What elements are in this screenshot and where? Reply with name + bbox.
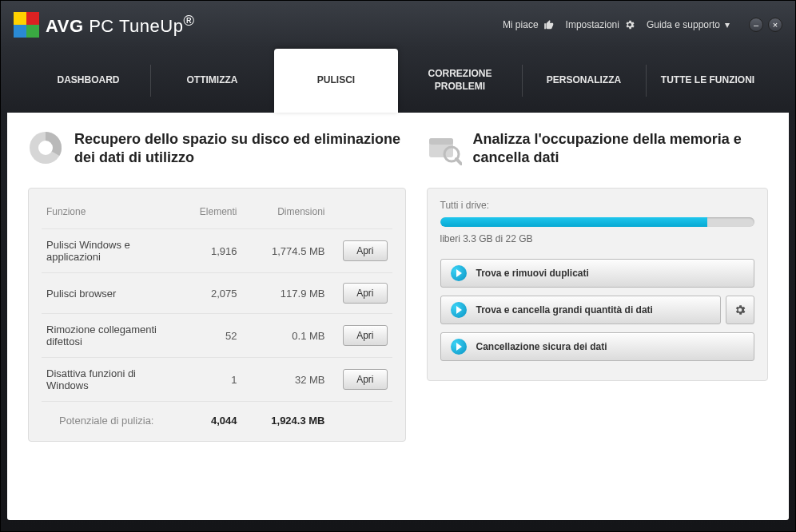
action-label: Trova e cancella grandi quantità di dati xyxy=(476,304,653,316)
minimize-button[interactable]: – xyxy=(749,18,763,32)
header-size: Dimensioni xyxy=(237,206,325,217)
row-size: 0.1 MB xyxy=(237,330,325,342)
gear-icon xyxy=(734,304,746,316)
chevron-down-icon: ▾ xyxy=(725,19,730,30)
title-bar: AVG PC TuneUp® Mi piace Impostazioni Gui… xyxy=(1,1,795,49)
gear-icon xyxy=(624,19,635,30)
tab-ottimizza[interactable]: OTTIMIZZA xyxy=(150,49,274,113)
close-button[interactable]: × xyxy=(768,18,782,32)
row-function: Disattiva funzioni di Windows xyxy=(46,367,173,391)
play-icon xyxy=(451,265,467,281)
row-function: Rimozione collegamenti difettosi xyxy=(46,324,173,347)
action-settings-button[interactable] xyxy=(726,296,754,324)
like-link[interactable]: Mi piace xyxy=(503,19,555,30)
content-area: Recupero dello spazio su disco ed elimin… xyxy=(7,113,789,520)
like-label: Mi piace xyxy=(503,19,539,30)
app-window: AVG PC TuneUp® Mi piace Impostazioni Gui… xyxy=(0,0,796,532)
drive-card: Tutti i drive: liberi 3.3 GB di 22 GB Tr… xyxy=(427,188,769,381)
action-button[interactable]: Trova e rimuovi duplicati xyxy=(440,259,755,288)
svg-point-1 xyxy=(38,141,53,155)
app-title: AVG PC TuneUp® xyxy=(46,12,194,37)
app-product: PC TuneUp xyxy=(89,17,183,37)
row-elements: 2,075 xyxy=(173,288,237,300)
drive-free-text: liberi 3.3 GB di 22 GB xyxy=(440,233,755,244)
row-function: Pulisci browser xyxy=(46,288,173,300)
svg-line-5 xyxy=(456,159,461,164)
app-logo: AVG PC TuneUp® xyxy=(14,12,194,38)
tab-pulisci[interactable]: PULISCI xyxy=(274,49,398,113)
table-row: Rimozione collegamenti difettosi520.1 MB… xyxy=(42,313,392,357)
tab-dashboard[interactable]: DASHBOARD xyxy=(26,49,150,113)
play-icon xyxy=(451,339,467,355)
row-function: Pulisci Windows e applicazioni xyxy=(46,239,173,263)
svg-rect-3 xyxy=(429,138,453,145)
row-elements: 1,916 xyxy=(173,245,237,257)
open-button[interactable]: Apri xyxy=(343,240,387,261)
disk-search-icon xyxy=(427,130,462,165)
action-label: Cancellazione sicura dei dati xyxy=(476,341,607,352)
table-row: Pulisci Windows e applicazioni1,9161,774… xyxy=(42,228,392,272)
row-elements: 52 xyxy=(173,330,237,342)
action-button[interactable]: Trova e cancella grandi quantità di dati xyxy=(440,296,722,324)
action-label: Trova e rimuovi duplicati xyxy=(476,268,589,279)
total-label: Potenziale di pulizia: xyxy=(46,415,173,427)
play-icon xyxy=(451,302,467,318)
cleaning-table-card: Funzione Elementi Dimensioni Pulisci Win… xyxy=(28,188,406,442)
thumbs-up-icon xyxy=(543,19,555,30)
right-panel-title: Analizza l'occupazione della memoria e c… xyxy=(473,130,769,166)
total-size: 1,924.3 MB xyxy=(237,415,325,427)
header-function: Funzione xyxy=(46,206,173,217)
tab-tutte-le-funzioni[interactable]: TUTTE LE FUNZIONI xyxy=(646,49,770,113)
registered-mark: ® xyxy=(183,12,194,29)
row-size: 32 MB xyxy=(237,374,325,386)
tabs-bar: DASHBOARDOTTIMIZZAPULISCICORREZIONE PROB… xyxy=(1,49,795,113)
drive-label: Tutti i drive: xyxy=(440,200,755,211)
avg-logo-icon xyxy=(14,12,39,38)
open-button[interactable]: Apri xyxy=(343,283,387,304)
help-label: Guida e supporto xyxy=(647,19,720,30)
open-button[interactable]: Apri xyxy=(343,369,387,390)
table-row: Pulisci browser2,075117.9 MBApri xyxy=(42,272,392,313)
open-button[interactable]: Apri xyxy=(343,325,387,346)
table-header: Funzione Elementi Dimensioni xyxy=(42,200,392,228)
pie-chart-icon xyxy=(28,130,63,165)
total-elements: 4,044 xyxy=(173,415,237,427)
drive-usage-bar xyxy=(440,217,755,227)
panel-analyze-memory: Analizza l'occupazione della memoria e c… xyxy=(427,130,769,502)
settings-link[interactable]: Impostazioni xyxy=(566,19,635,30)
table-total-row: Potenziale di pulizia: 4,044 1,924.3 MB xyxy=(42,401,392,430)
tab-personalizza[interactable]: PERSONALIZZA xyxy=(522,49,646,113)
action-button[interactable]: Cancellazione sicura dei dati xyxy=(440,332,755,361)
header-elements: Elementi xyxy=(173,206,237,217)
tab-correzione-problemi[interactable]: CORREZIONE PROBLEMI xyxy=(398,49,522,113)
table-row: Disattiva funzioni di Windows132 MBApri xyxy=(42,357,392,401)
help-link[interactable]: Guida e supporto ▾ xyxy=(647,19,730,30)
left-panel-title: Recupero dello spazio su disco ed elimin… xyxy=(74,130,406,166)
row-size: 117.9 MB xyxy=(237,288,325,300)
row-size: 1,774.5 MB xyxy=(237,245,325,257)
app-brand: AVG xyxy=(46,17,84,37)
row-elements: 1 xyxy=(173,374,237,386)
settings-label: Impostazioni xyxy=(566,19,619,30)
panel-recover-space: Recupero dello spazio su disco ed elimin… xyxy=(28,130,406,502)
